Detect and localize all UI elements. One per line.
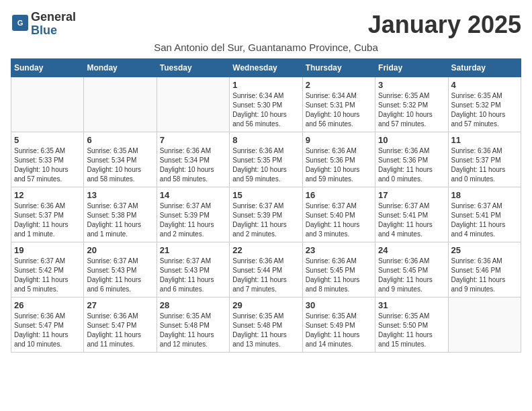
day-number: 2 [306, 80, 372, 90]
logo: G [11, 15, 28, 34]
day-number: 29 [232, 300, 299, 310]
logo-area: G General Blue [11, 11, 76, 38]
day-info: Sunrise: 6:36 AMSunset: 5:34 PMDaylight:… [160, 146, 226, 184]
calendar-header-monday: Monday [84, 59, 157, 77]
day-number: 18 [451, 190, 518, 200]
day-number: 24 [378, 245, 445, 255]
calendar-header-saturday: Saturday [448, 59, 521, 77]
calendar-week-3: 12Sunrise: 6:36 AMSunset: 5:37 PMDayligh… [11, 187, 521, 242]
day-number: 5 [14, 135, 81, 145]
calendar-cell: 21Sunrise: 6:37 AMSunset: 5:43 PMDayligh… [157, 242, 229, 298]
day-info: Sunrise: 6:35 AMSunset: 5:50 PMDaylight:… [378, 312, 445, 349]
day-info: Sunrise: 6:37 AMSunset: 5:39 PMDaylight:… [160, 201, 226, 239]
calendar-cell: 13Sunrise: 6:37 AMSunset: 5:38 PMDayligh… [84, 187, 157, 242]
day-info: Sunrise: 6:35 AMSunset: 5:48 PMDaylight:… [160, 312, 226, 349]
calendar-cell: 24Sunrise: 6:36 AMSunset: 5:45 PMDayligh… [375, 242, 448, 298]
day-number: 28 [160, 300, 226, 310]
calendar-cell: 31Sunrise: 6:35 AMSunset: 5:50 PMDayligh… [375, 298, 448, 353]
day-number: 6 [87, 135, 153, 145]
calendar-cell: 12Sunrise: 6:36 AMSunset: 5:37 PMDayligh… [11, 187, 84, 242]
day-info: Sunrise: 6:36 AMSunset: 5:36 PMDaylight:… [306, 146, 372, 184]
day-info: Sunrise: 6:35 AMSunset: 5:33 PMDaylight:… [14, 146, 81, 184]
calendar-cell [11, 77, 84, 132]
calendar-table: SundayMondayTuesdayWednesdayThursdayFrid… [11, 58, 521, 353]
day-info: Sunrise: 6:36 AMSunset: 5:37 PMDaylight:… [14, 201, 81, 239]
day-info: Sunrise: 6:37 AMSunset: 5:43 PMDaylight:… [160, 257, 226, 294]
calendar-cell: 3Sunrise: 6:35 AMSunset: 5:32 PMDaylight… [375, 77, 448, 132]
day-number: 15 [232, 190, 299, 200]
calendar-header-friday: Friday [375, 59, 448, 77]
calendar-cell: 9Sunrise: 6:36 AMSunset: 5:36 PMDaylight… [302, 132, 375, 187]
day-number: 9 [306, 135, 372, 145]
day-info: Sunrise: 6:36 AMSunset: 5:35 PMDaylight:… [232, 146, 299, 184]
day-number: 13 [87, 190, 153, 200]
month-title: January 2025 [368, 11, 521, 39]
calendar-cell: 15Sunrise: 6:37 AMSunset: 5:39 PMDayligh… [230, 187, 302, 242]
day-info: Sunrise: 6:36 AMSunset: 5:47 PMDaylight:… [14, 312, 81, 349]
calendar-cell: 28Sunrise: 6:35 AMSunset: 5:48 PMDayligh… [157, 298, 229, 353]
calendar-header-wednesday: Wednesday [230, 59, 302, 77]
day-info: Sunrise: 6:35 AMSunset: 5:49 PMDaylight:… [306, 312, 372, 349]
calendar-cell: 4Sunrise: 6:35 AMSunset: 5:32 PMDaylight… [448, 77, 521, 132]
day-info: Sunrise: 6:37 AMSunset: 5:41 PMDaylight:… [378, 201, 445, 239]
day-number: 17 [378, 190, 445, 200]
calendar-cell: 27Sunrise: 6:36 AMSunset: 5:47 PMDayligh… [84, 298, 157, 353]
day-number: 4 [451, 80, 518, 90]
logo-text: General Blue [31, 11, 76, 38]
day-number: 8 [232, 135, 299, 145]
day-number: 14 [160, 190, 226, 200]
calendar-cell: 6Sunrise: 6:35 AMSunset: 5:34 PMDaylight… [84, 132, 157, 187]
day-info: Sunrise: 6:34 AMSunset: 5:30 PMDaylight:… [232, 91, 299, 129]
calendar-header-tuesday: Tuesday [157, 59, 229, 77]
calendar-cell: 2Sunrise: 6:34 AMSunset: 5:31 PMDaylight… [302, 77, 375, 132]
logo-general: General [31, 10, 76, 24]
calendar-week-4: 19Sunrise: 6:37 AMSunset: 5:42 PMDayligh… [11, 242, 521, 298]
day-number: 1 [232, 80, 299, 90]
logo-text-block: General Blue [31, 11, 76, 38]
day-number: 10 [378, 135, 445, 145]
calendar-cell: 23Sunrise: 6:36 AMSunset: 5:45 PMDayligh… [302, 242, 375, 298]
day-number: 16 [306, 190, 372, 200]
calendar-cell: 10Sunrise: 6:36 AMSunset: 5:36 PMDayligh… [375, 132, 448, 187]
day-info: Sunrise: 6:36 AMSunset: 5:46 PMDaylight:… [451, 257, 518, 294]
day-info: Sunrise: 6:36 AMSunset: 5:45 PMDaylight:… [306, 257, 372, 294]
page-container: G General Blue January 2025 San Antonio … [11, 11, 521, 353]
calendar-week-5: 26Sunrise: 6:36 AMSunset: 5:47 PMDayligh… [11, 298, 521, 353]
logo-blue: Blue [31, 24, 57, 37]
calendar-header-sunday: Sunday [11, 59, 84, 77]
day-number: 7 [160, 135, 226, 145]
day-info: Sunrise: 6:34 AMSunset: 5:31 PMDaylight:… [306, 91, 372, 129]
calendar-cell: 7Sunrise: 6:36 AMSunset: 5:34 PMDaylight… [157, 132, 229, 187]
calendar-cell [448, 298, 521, 353]
day-info: Sunrise: 6:36 AMSunset: 5:47 PMDaylight:… [87, 312, 153, 349]
day-number: 23 [306, 245, 372, 255]
day-number: 21 [160, 245, 226, 255]
calendar-cell: 26Sunrise: 6:36 AMSunset: 5:47 PMDayligh… [11, 298, 84, 353]
day-info: Sunrise: 6:37 AMSunset: 5:38 PMDaylight:… [87, 201, 153, 239]
calendar-header-thursday: Thursday [302, 59, 375, 77]
day-number: 26 [14, 300, 81, 310]
calendar-cell: 17Sunrise: 6:37 AMSunset: 5:41 PMDayligh… [375, 187, 448, 242]
day-info: Sunrise: 6:36 AMSunset: 5:44 PMDaylight:… [232, 257, 299, 294]
day-info: Sunrise: 6:37 AMSunset: 5:42 PMDaylight:… [14, 257, 81, 294]
day-info: Sunrise: 6:37 AMSunset: 5:41 PMDaylight:… [451, 201, 518, 239]
calendar-cell: 11Sunrise: 6:36 AMSunset: 5:37 PMDayligh… [448, 132, 521, 187]
day-info: Sunrise: 6:35 AMSunset: 5:48 PMDaylight:… [232, 312, 299, 349]
header: G General Blue January 2025 [11, 11, 521, 39]
day-info: Sunrise: 6:37 AMSunset: 5:43 PMDaylight:… [87, 257, 153, 294]
day-number: 31 [378, 300, 445, 310]
day-info: Sunrise: 6:37 AMSunset: 5:39 PMDaylight:… [232, 201, 299, 239]
day-number: 20 [87, 245, 153, 255]
calendar-week-1: 1Sunrise: 6:34 AMSunset: 5:30 PMDaylight… [11, 77, 521, 132]
day-info: Sunrise: 6:36 AMSunset: 5:45 PMDaylight:… [378, 257, 445, 294]
day-number: 22 [232, 245, 299, 255]
day-info: Sunrise: 6:35 AMSunset: 5:32 PMDaylight:… [378, 91, 445, 129]
calendar-cell: 18Sunrise: 6:37 AMSunset: 5:41 PMDayligh… [448, 187, 521, 242]
calendar-cell: 19Sunrise: 6:37 AMSunset: 5:42 PMDayligh… [11, 242, 84, 298]
logo-icon: G [12, 15, 28, 31]
calendar-cell: 30Sunrise: 6:35 AMSunset: 5:49 PMDayligh… [302, 298, 375, 353]
calendar-header-row: SundayMondayTuesdayWednesdayThursdayFrid… [11, 59, 521, 77]
day-number: 11 [451, 135, 518, 145]
day-number: 27 [87, 300, 153, 310]
day-number: 30 [306, 300, 372, 310]
